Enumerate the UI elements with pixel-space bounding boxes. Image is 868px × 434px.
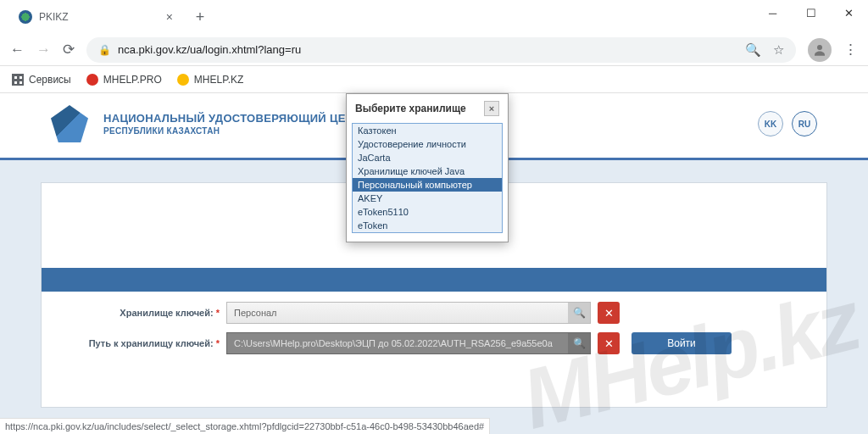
- storage-option[interactable]: Персональный компьютер: [353, 178, 502, 192]
- dialog-title: Выберите хранилище: [355, 103, 466, 114]
- menu-button[interactable]: ⋮: [843, 41, 858, 58]
- storage-option[interactable]: Удостоверение личности: [353, 137, 502, 151]
- storage-option[interactable]: Казтокен: [353, 124, 502, 137]
- window-close-button[interactable]: ✕: [830, 0, 868, 25]
- apps-icon: [12, 74, 24, 86]
- keystore-field[interactable]: Персонал🔍: [226, 302, 591, 324]
- storage-option[interactable]: eToken5110: [353, 205, 502, 219]
- lock-icon: 🔒: [98, 44, 111, 56]
- window-maximize-button[interactable]: ☐: [792, 0, 830, 25]
- bookmark-mhelp-pro[interactable]: MHELP.PRO: [86, 74, 162, 86]
- search-icon[interactable]: 🔍: [568, 333, 590, 353]
- bookmark-favicon: [177, 74, 189, 86]
- storage-option[interactable]: eToken: [353, 219, 502, 232]
- lang-ru-button[interactable]: RU: [792, 111, 817, 136]
- new-tab-button[interactable]: +: [188, 5, 212, 29]
- keypath-field[interactable]: C:\Users\MHelp.pro\Desktop\ЭЦП до 05.02.…: [226, 332, 591, 354]
- label-keystore: Хранилище ключей: *: [60, 308, 226, 318]
- clear-keystore-button[interactable]: ✕: [598, 302, 620, 324]
- search-in-page-icon[interactable]: 🔍: [745, 42, 761, 58]
- site-logo: [51, 105, 88, 142]
- tab-close-icon[interactable]: ×: [166, 10, 173, 24]
- apps-shortcut[interactable]: Сервисы: [12, 74, 71, 86]
- window-minimize-button[interactable]: ─: [754, 0, 792, 25]
- svg-point-0: [817, 45, 822, 50]
- label-keypath: Путь к хранилищу ключей: *: [60, 338, 226, 348]
- bookmark-mhelp-kz[interactable]: MHELP.KZ: [177, 74, 243, 86]
- panel-stripe: [42, 268, 826, 292]
- login-button[interactable]: Войти: [632, 332, 732, 354]
- site-subtitle: РЕСПУБЛИКИ КАЗАХСТАН: [103, 126, 369, 136]
- search-icon[interactable]: 🔍: [568, 303, 590, 323]
- back-button[interactable]: ←: [10, 42, 25, 58]
- dialog-close-button[interactable]: ×: [484, 101, 499, 116]
- storage-option[interactable]: AKEY: [353, 192, 502, 205]
- tab-favicon: [19, 10, 32, 24]
- bookmark-favicon: [86, 74, 98, 86]
- storage-select-dialog: Выберите хранилище × КазтокенУдостоверен…: [346, 93, 509, 242]
- storage-option[interactable]: Хранилище ключей Java: [353, 164, 502, 178]
- star-icon[interactable]: ☆: [773, 42, 784, 58]
- lang-kk-button[interactable]: KK: [758, 111, 783, 136]
- status-bar: https://nca.pki.gov.kz/ua/includes/selec…: [0, 418, 490, 434]
- site-title: НАЦИОНАЛЬНЫЙ УДОСТОВЕРЯЮЩИЙ ЦЕНТР: [103, 112, 369, 125]
- clear-keypath-button[interactable]: ✕: [598, 332, 620, 354]
- reload-button[interactable]: ⟳: [63, 41, 75, 58]
- url-text: nca.pki.gov.kz/ua/login.xhtml?lang=ru: [118, 43, 301, 56]
- browser-tab[interactable]: PKIKZ ×: [7, 5, 185, 29]
- forward-button[interactable]: →: [36, 42, 51, 58]
- storage-option[interactable]: JaCarta: [353, 151, 502, 164]
- profile-button[interactable]: [808, 38, 832, 62]
- tab-title: PKIKZ: [39, 11, 69, 23]
- storage-listbox[interactable]: КазтокенУдостоверение личностиJaCartaХра…: [352, 123, 503, 233]
- address-bar[interactable]: 🔒 nca.pki.gov.kz/ua/login.xhtml?lang=ru …: [86, 37, 796, 63]
